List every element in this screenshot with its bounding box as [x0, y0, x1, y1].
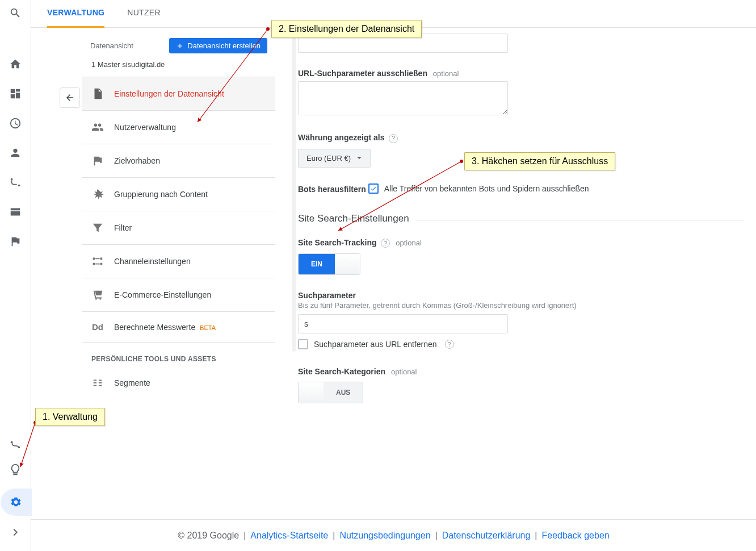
- menu-goals[interactable]: Zielvorhaben: [82, 144, 275, 178]
- search-param-label: Suchparameter: [298, 291, 356, 300]
- help-icon[interactable]: ?: [445, 340, 454, 349]
- callout-1: 1. Verwaltung: [35, 408, 105, 426]
- tab-nutzer[interactable]: NUTZER: [127, 8, 161, 27]
- footer: © 2019 Google | Analytics-Startseite | N…: [31, 519, 756, 551]
- menu-view-settings-label: Einstellungen der Datenansicht: [114, 89, 224, 98]
- bots-filter-label: Alle Treffer von bekannten Bots und Spid…: [384, 184, 589, 193]
- view-menu-column: Datenansicht Datenansicht erstellen 1 Ma…: [31, 28, 275, 551]
- search-param-input[interactable]: [298, 314, 508, 333]
- clock-icon[interactable]: [9, 117, 22, 132]
- help-icon[interactable]: ?: [389, 134, 398, 143]
- menu-segments-label: Segmente: [114, 378, 150, 387]
- view-settings-form: URL-Suchparameter ausschließen optional …: [275, 28, 756, 551]
- personal-tools-header: PERSÖNLICHE TOOLS UND ASSETS: [82, 343, 275, 366]
- help-icon[interactable]: ?: [381, 239, 390, 248]
- footer-link-home[interactable]: Analytics-Startseite: [250, 531, 328, 541]
- currency-dropdown[interactable]: Euro (EUR €): [298, 149, 371, 168]
- bots-filter-checkbox[interactable]: Alle Treffer von bekannten Bots und Spid…: [368, 183, 589, 194]
- flag-icon[interactable]: [9, 235, 22, 250]
- attribution-icon[interactable]: [9, 439, 22, 453]
- menu-calc-metrics-label: Berechnete Messwerte: [114, 323, 195, 332]
- optional-text: optional: [396, 239, 422, 247]
- svg-point-2: [11, 441, 13, 444]
- flow-icon[interactable]: [9, 176, 22, 191]
- menu-calculated-metrics[interactable]: Dd Berechnete Messwerte BETA: [82, 312, 275, 343]
- svg-point-1: [18, 185, 20, 187]
- dashboard-icon[interactable]: [9, 87, 22, 102]
- tab-verwaltung[interactable]: VERWALTUNG: [47, 8, 104, 28]
- menu-segments[interactable]: Segmente: [82, 366, 275, 399]
- card-icon[interactable]: [9, 206, 22, 220]
- currency-value: Euro (EUR €): [306, 154, 351, 162]
- site-search-section-title: Site Search-Einstellungen: [298, 213, 409, 228]
- menu-user-mgmt-label: Nutzerverwaltung: [114, 123, 176, 132]
- site-search-cat-toggle[interactable]: AUS: [298, 382, 363, 403]
- view-column-label: Datenansicht: [90, 41, 133, 50]
- bots-filter-header: Bots herausfiltern: [298, 185, 366, 194]
- person-icon[interactable]: [9, 147, 22, 161]
- toggle-off-label: AUS: [324, 382, 363, 403]
- site-search-toggle[interactable]: EIN: [298, 253, 360, 275]
- callout-2: 2. Einstellungen der Datenansicht: [271, 20, 422, 38]
- svg-point-4: [95, 298, 97, 300]
- toggle-on-label: EIN: [299, 254, 335, 274]
- chevron-down-icon: [356, 155, 362, 161]
- menu-content-grouping[interactable]: Gruppierung nach Content: [82, 178, 275, 211]
- dd-icon: Dd: [91, 322, 104, 332]
- search-icon[interactable]: [9, 7, 22, 22]
- create-view-button-label: Datenansicht erstellen: [187, 41, 261, 50]
- svg-point-5: [99, 298, 101, 300]
- site-search-tracking-label: Site Search-Tracking: [298, 238, 377, 247]
- menu-ecommerce-label: E-Commerce-Einstellungen: [114, 290, 211, 299]
- url-exclude-label: URL-Suchparameter ausschließen: [298, 69, 427, 78]
- footer-link-terms[interactable]: Nutzungsbedingungen: [339, 531, 430, 541]
- menu-channel-label: Channeleinstellungen: [114, 257, 191, 266]
- menu-channel-settings[interactable]: Channeleinstellungen: [82, 245, 275, 278]
- optional-text: optional: [391, 368, 417, 376]
- back-button[interactable]: [60, 87, 80, 108]
- footer-link-feedback[interactable]: Feedback geben: [542, 531, 610, 541]
- create-view-button[interactable]: Datenansicht erstellen: [169, 38, 267, 53]
- menu-view-settings[interactable]: Einstellungen der Datenansicht: [82, 77, 275, 111]
- menu-goals-label: Zielvorhaben: [114, 156, 160, 165]
- menu-user-management[interactable]: Nutzerverwaltung: [82, 111, 275, 144]
- site-search-cat-label: Site Search-Kategorien: [298, 367, 385, 376]
- url-exclude-textarea[interactable]: [298, 81, 508, 115]
- home-icon[interactable]: [9, 58, 22, 73]
- beta-badge: BETA: [200, 324, 216, 331]
- optional-text: optional: [433, 69, 459, 78]
- menu-content-group-label: Gruppierung nach Content: [114, 190, 208, 199]
- view-name[interactable]: 1 Master sisudigital.de: [82, 53, 275, 77]
- admin-gear-icon[interactable]: [1, 489, 32, 516]
- search-param-hint: Bis zu fünf Parameter, getrennt durch Ko…: [298, 301, 745, 310]
- chevron-right-icon[interactable]: [9, 526, 22, 541]
- footer-link-privacy[interactable]: Datenschutzerklärung: [442, 531, 531, 541]
- menu-filters-label: Filter: [114, 223, 132, 232]
- left-nav-rail: [0, 0, 31, 551]
- bulb-icon[interactable]: [9, 464, 22, 478]
- scrollbar[interactable]: [292, 34, 296, 551]
- currency-label: Währung angezeigt als: [298, 133, 384, 142]
- strip-param-checkbox[interactable]: Suchparameter aus URL entfernen ?: [298, 339, 454, 349]
- strip-param-label: Suchparameter aus URL entfernen: [314, 340, 437, 349]
- footer-copyright: © 2019 Google: [178, 531, 239, 541]
- menu-ecommerce-settings[interactable]: E-Commerce-Einstellungen: [82, 278, 275, 312]
- callout-3: 3. Häkchen setzen für Ausschluss: [464, 152, 615, 170]
- svg-point-0: [11, 178, 13, 181]
- menu-filters[interactable]: Filter: [82, 211, 275, 245]
